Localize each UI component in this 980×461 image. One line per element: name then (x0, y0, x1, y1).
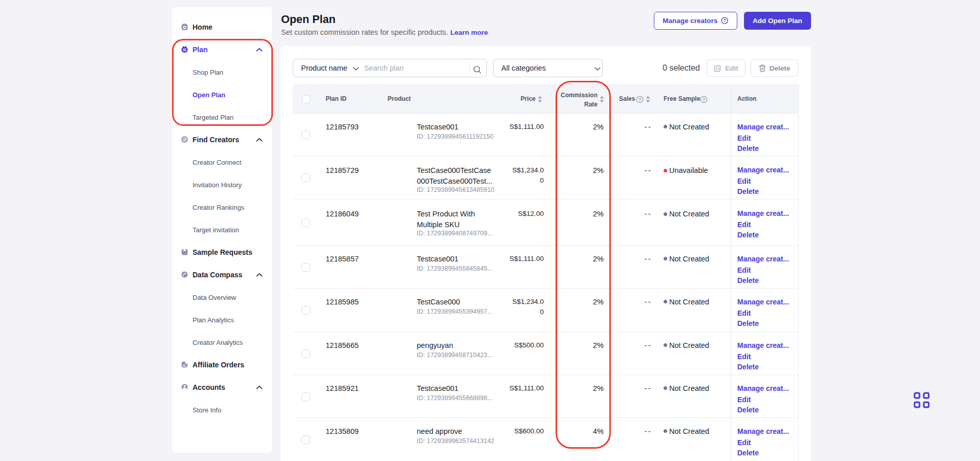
svg-text:?: ? (702, 97, 705, 102)
svg-text:?: ? (723, 18, 726, 24)
svg-text:?: ? (638, 97, 641, 102)
